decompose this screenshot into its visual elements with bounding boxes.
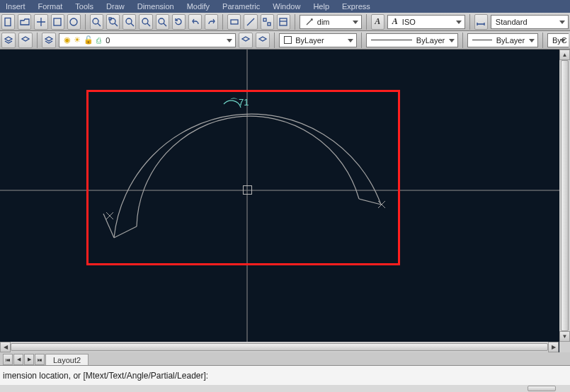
tool-btn-zoom-realtime[interactable] — [139, 14, 152, 30]
text-style-btn[interactable]: A — [371, 14, 384, 30]
layer-select[interactable]: ◉ ☀ 🔓 ⎙ 0 — [59, 33, 236, 47]
dimension-label: ⌒71 — [229, 96, 249, 109]
separator — [469, 14, 470, 30]
menu-insert[interactable]: Insert — [6, 2, 25, 11]
tool-btn-zoom-window[interactable] — [90, 14, 103, 30]
tool-btn-new[interactable] — [1, 14, 15, 30]
plotstyle-select-partial[interactable]: ByC — [547, 33, 569, 47]
svg-rect-5 — [109, 18, 111, 20]
separator — [274, 33, 275, 48]
command-scrollbar[interactable] — [0, 385, 570, 392]
viewport-scrollbar-vertical[interactable]: ▲ ▼ — [559, 50, 570, 342]
linetype-preview — [371, 40, 412, 40]
tool-btn-pan[interactable] — [34, 14, 47, 30]
plot-icon: ⎙ — [96, 36, 101, 45]
command-scroll-thumb[interactable] — [528, 386, 556, 391]
tool-btn-zoom-extents[interactable] — [106, 14, 120, 30]
tool-btn-generic-a[interactable] — [51, 14, 64, 30]
tool-btn-redo[interactable] — [205, 14, 218, 30]
command-input-text: dim — [317, 18, 330, 26]
command-input[interactable]: dim — [300, 15, 362, 29]
separator — [542, 33, 543, 48]
tab-nav-prev[interactable]: ◀ — [13, 354, 23, 365]
layout-tabs-row: ⏮ ◀ ▶ ⏭ Layout2 — [0, 352, 570, 365]
svg-point-4 — [110, 18, 115, 24]
dim-style-btn[interactable] — [474, 14, 488, 30]
svg-point-2 — [70, 18, 77, 25]
svg-rect-10 — [263, 18, 266, 21]
tool-btn-open[interactable] — [18, 14, 31, 30]
drawing-viewport[interactable]: ⌒71 ▲ ▼ ◀ ▶ — [0, 50, 570, 352]
scroll-left-arrow[interactable]: ◀ — [0, 342, 11, 352]
menu-tools[interactable]: Tools — [75, 2, 93, 11]
scroll-thumb-v[interactable] — [561, 60, 569, 331]
separator — [361, 33, 362, 48]
separator — [366, 14, 367, 30]
toolbar-row-1: dim A A ISO Standard — [0, 13, 570, 31]
tool-btn-layers-b[interactable] — [18, 33, 33, 48]
scroll-down-arrow[interactable]: ▼ — [559, 331, 570, 342]
svg-point-7 — [142, 18, 148, 24]
scrollbar-corner — [559, 342, 570, 352]
text-icon: A — [375, 16, 380, 27]
lineweight-value: ByLayer — [496, 36, 525, 45]
dim-style-value: Standard — [496, 18, 528, 26]
tab-nav-next[interactable]: ▶ — [24, 354, 34, 365]
tool-btn-generic-c[interactable] — [227, 14, 241, 30]
tool-btn-properties[interactable] — [277, 14, 290, 30]
tab-nav-first[interactable]: ⏮ — [3, 354, 13, 365]
tool-btn-regen[interactable] — [172, 14, 186, 30]
linetype-select[interactable]: ByLayer — [366, 33, 458, 47]
menu-help[interactable]: Help — [313, 2, 329, 11]
menu-parametric[interactable]: Parametric — [222, 2, 260, 11]
scroll-thumb-h[interactable] — [11, 343, 548, 351]
menu-express[interactable]: Express — [342, 2, 370, 11]
tool-btn-generic-e[interactable] — [261, 14, 274, 30]
svg-line-17 — [359, 199, 381, 204]
command-prompt: imension location, or [Mtext/Text/Angle/… — [3, 371, 208, 381]
tool-btn-zoom-prev[interactable] — [122, 14, 136, 30]
tool-btn-layers-a[interactable] — [1, 33, 16, 48]
bulb-icon: ◉ — [64, 35, 71, 45]
separator — [295, 14, 295, 30]
color-swatch — [284, 36, 292, 44]
text-style-value: ISO — [402, 18, 416, 26]
svg-point-3 — [93, 18, 98, 24]
layout-tab[interactable]: Layout2 — [45, 354, 89, 365]
scroll-right-arrow[interactable]: ▶ — [548, 342, 559, 352]
command-bar: imension location, or [Mtext/Text/Angle/… — [0, 365, 570, 392]
layer-tool-b[interactable] — [256, 33, 270, 48]
tab-nav-last[interactable]: ⏭ — [35, 354, 45, 365]
layer-manager-btn[interactable] — [42, 33, 56, 48]
dim-style-select[interactable]: Standard — [491, 15, 569, 29]
color-value: ByLayer — [295, 36, 324, 45]
tool-btn-generic-d[interactable] — [244, 14, 257, 30]
tool-btn-undo[interactable] — [188, 14, 202, 30]
separator — [85, 14, 86, 30]
svg-rect-9 — [231, 20, 238, 24]
menu-format[interactable]: Format — [38, 2, 63, 11]
menu-modify[interactable]: Modify — [187, 2, 210, 11]
menu-draw[interactable]: Draw — [106, 2, 125, 11]
linetype-value: ByLayer — [416, 36, 445, 45]
tool-btn-zoom-all[interactable] — [156, 14, 169, 30]
separator — [37, 33, 38, 48]
viewport-scrollbar-horizontal[interactable]: ◀ ▶ — [0, 342, 559, 352]
lineweight-preview — [472, 40, 492, 40]
tool-btn-generic-b[interactable] — [67, 14, 81, 30]
svg-rect-0 — [5, 18, 11, 25]
svg-point-6 — [126, 18, 132, 24]
color-select[interactable]: ByLayer — [279, 33, 357, 47]
separator — [222, 14, 223, 30]
command-line[interactable]: imension location, or [Mtext/Text/Angle/… — [0, 366, 570, 385]
layer-name: 0 — [106, 36, 110, 45]
scroll-up-arrow[interactable]: ▲ — [559, 50, 570, 60]
menu-dimension[interactable]: Dimension — [137, 2, 174, 11]
separator — [462, 33, 463, 48]
lineweight-select[interactable]: ByLayer — [467, 33, 538, 47]
menu-window[interactable]: Window — [273, 2, 300, 11]
text-style-select[interactable]: A ISO — [387, 15, 465, 29]
layer-tool-a[interactable] — [239, 33, 253, 48]
menu-bar: Insert Format Tools Draw Dimension Modif… — [0, 0, 570, 13]
svg-line-15 — [114, 226, 137, 238]
